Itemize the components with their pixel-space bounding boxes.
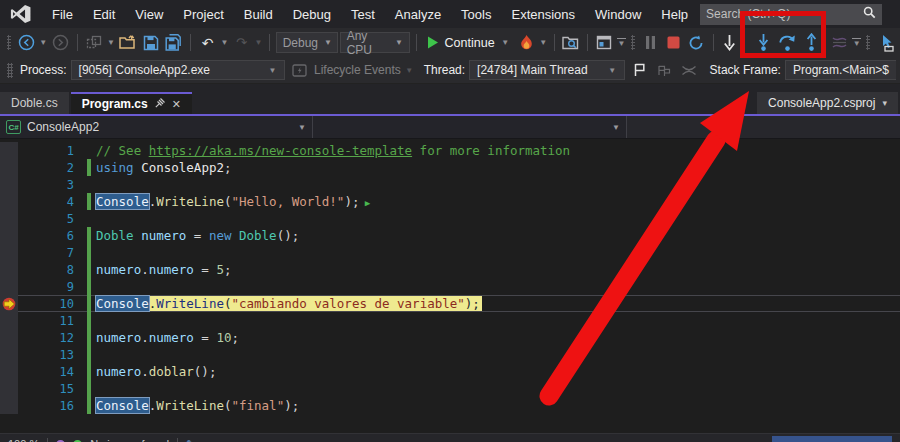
find-in-files-icon[interactable] bbox=[560, 32, 581, 53]
menu-item-window[interactable]: Window bbox=[585, 3, 651, 26]
flag-thread-icon[interactable] bbox=[629, 60, 650, 81]
breakpoint-gutter[interactable] bbox=[0, 278, 18, 295]
undo-dropdown[interactable]: ▼ bbox=[220, 38, 229, 47]
line-number: 14 bbox=[18, 365, 78, 379]
change-tracking-gutter bbox=[78, 142, 96, 159]
breakpoint-gutter[interactable] bbox=[0, 363, 18, 380]
run-to-cursor-icon[interactable] bbox=[875, 32, 896, 53]
menu-item-file[interactable]: File bbox=[42, 3, 83, 26]
navigate-backward-dropdown[interactable]: ▼ bbox=[39, 38, 48, 47]
tab-doble-cs[interactable]: Doble.cs bbox=[0, 92, 69, 114]
continue-dropdown[interactable]: ▼ bbox=[501, 38, 510, 47]
stack-frame-dropdown[interactable]: Program.<Main>$ bbox=[785, 60, 896, 80]
current-statement-breakpoint-icon[interactable] bbox=[0, 295, 18, 312]
show-next-statement-icon[interactable] bbox=[719, 32, 740, 53]
show-threads-in-source-icon[interactable] bbox=[829, 32, 850, 53]
menu-item-tools[interactable]: Tools bbox=[451, 3, 501, 26]
restart-icon[interactable] bbox=[686, 32, 707, 53]
process-dropdown[interactable]: [9056] ConsoleApp2.exe ▼ bbox=[71, 60, 285, 80]
hot-reload-icon[interactable] bbox=[516, 32, 537, 53]
stack-frame-label: Stack Frame: bbox=[710, 63, 781, 77]
menu-item-test[interactable]: Test bbox=[341, 3, 385, 26]
redo-icon[interactable]: ↷ bbox=[231, 32, 252, 53]
save-icon[interactable] bbox=[140, 32, 161, 53]
breakpoint-gutter[interactable] bbox=[0, 397, 18, 414]
breakpoint-gutter[interactable] bbox=[0, 312, 18, 329]
menu-item-view[interactable]: View bbox=[125, 3, 173, 26]
edit-icon[interactable]: ✎ bbox=[186, 438, 195, 442]
toolbar-options-dropdown[interactable]: ▼ bbox=[852, 38, 861, 48]
pin-icon[interactable] bbox=[155, 98, 165, 110]
toolbar-grip[interactable] bbox=[7, 63, 13, 78]
close-icon[interactable]: ✕ bbox=[172, 98, 181, 111]
hot-reload-dropdown[interactable]: ▼ bbox=[539, 38, 548, 47]
lifecycle-events-dropdown[interactable]: ▼ bbox=[405, 66, 414, 75]
navigate-forward-button[interactable] bbox=[50, 32, 71, 53]
toggle-current-thread-icon[interactable] bbox=[679, 60, 700, 81]
navigate-backward-button[interactable] bbox=[16, 32, 37, 53]
break-all-icon[interactable] bbox=[640, 32, 661, 53]
menu-item-build[interactable]: Build bbox=[234, 3, 283, 26]
step-over-icon[interactable] bbox=[777, 32, 798, 53]
new-project-icon[interactable] bbox=[83, 32, 104, 53]
breakpoint-gutter[interactable] bbox=[0, 346, 18, 363]
code-token: ; bbox=[224, 262, 232, 277]
code-token: https://aka.ms/new-console-template bbox=[149, 143, 412, 158]
breakpoint-gutter[interactable] bbox=[0, 261, 18, 278]
menu-item-project[interactable]: Project bbox=[173, 3, 233, 26]
breakpoint-gutter[interactable] bbox=[0, 210, 18, 227]
stop-debugging-icon[interactable] bbox=[663, 32, 684, 53]
solution-platform-dropdown[interactable]: Any CPU ▼ bbox=[340, 32, 410, 53]
menu-item-analyze[interactable]: Analyze bbox=[385, 3, 451, 26]
toolbar-grip[interactable] bbox=[866, 35, 870, 50]
toolbar-grip[interactable] bbox=[7, 35, 11, 50]
breakpoint-gutter[interactable] bbox=[0, 159, 18, 176]
breakpoint-gutter[interactable] bbox=[0, 193, 18, 210]
line-number: 13 bbox=[18, 348, 78, 362]
breakpoint-gutter[interactable] bbox=[0, 176, 18, 193]
toolbar-grip[interactable] bbox=[631, 35, 635, 50]
redo-dropdown[interactable]: ▼ bbox=[254, 38, 263, 47]
open-file-icon[interactable] bbox=[117, 32, 138, 53]
undo-icon[interactable]: ↶ bbox=[197, 32, 218, 53]
breakpoint-gutter[interactable] bbox=[0, 329, 18, 346]
search-icon[interactable] bbox=[863, 6, 876, 22]
step-out-icon[interactable] bbox=[801, 32, 822, 53]
thread-value: [24784] Main Thread bbox=[477, 63, 588, 77]
provisional-tab-icon[interactable]: ▾ bbox=[882, 98, 887, 108]
tab-consoleapp2-csproj[interactable]: ConsoleApp2.csproj ▾ bbox=[757, 92, 898, 114]
menu-item-extensions[interactable]: Extensions bbox=[501, 3, 585, 26]
type-dropdown[interactable]: ▼ bbox=[313, 116, 627, 138]
flag-group-icon[interactable] bbox=[654, 60, 675, 81]
code-token: numero bbox=[141, 228, 186, 243]
breakpoint-gutter[interactable] bbox=[0, 244, 18, 261]
line-number: 4 bbox=[18, 195, 78, 209]
zoom-level[interactable]: 100 % bbox=[8, 438, 39, 442]
separator bbox=[177, 438, 178, 442]
thread-dropdown[interactable]: [24784] Main Thread ▼ bbox=[469, 60, 625, 80]
process-label: Process: bbox=[20, 63, 67, 77]
tab-program-cs[interactable]: Program.cs ✕ bbox=[71, 92, 192, 114]
menu-item-help[interactable]: Help bbox=[651, 3, 698, 26]
step-into-icon[interactable] bbox=[753, 32, 774, 53]
toolbar-options-dropdown[interactable]: ▼ bbox=[617, 38, 626, 48]
code-line-8: 8numero.numero = 5; bbox=[0, 261, 900, 278]
lifecycle-events-icon[interactable] bbox=[289, 60, 310, 81]
save-all-icon[interactable] bbox=[163, 32, 184, 53]
menu-item-debug[interactable]: Debug bbox=[283, 3, 341, 26]
chevron-down-icon: ▼ bbox=[324, 38, 332, 47]
breakpoint-gutter[interactable] bbox=[0, 227, 18, 244]
new-item-dropdown[interactable]: ▼ bbox=[106, 38, 115, 47]
diagnostic-tools-icon[interactable] bbox=[594, 32, 615, 53]
project-dropdown[interactable]: C# ConsoleApp2 ▼ bbox=[0, 116, 313, 138]
lifecycle-events-label[interactable]: Lifecycle Events bbox=[314, 63, 401, 77]
code-editor[interactable]: 1// See https://aka.ms/new-console-templ… bbox=[0, 139, 900, 433]
step-button-group bbox=[748, 32, 827, 53]
code-token: WriteLine bbox=[156, 398, 224, 413]
continue-button[interactable]: Continue ▼ bbox=[423, 36, 514, 50]
menu-item-edit[interactable]: Edit bbox=[83, 3, 125, 26]
solution-configuration-dropdown[interactable]: Debug ▼ bbox=[276, 32, 338, 53]
breakpoint-gutter[interactable] bbox=[0, 380, 18, 397]
breakpoint-gutter[interactable] bbox=[0, 142, 18, 159]
search-input[interactable]: Search (Ctrl+Q) bbox=[700, 4, 882, 25]
